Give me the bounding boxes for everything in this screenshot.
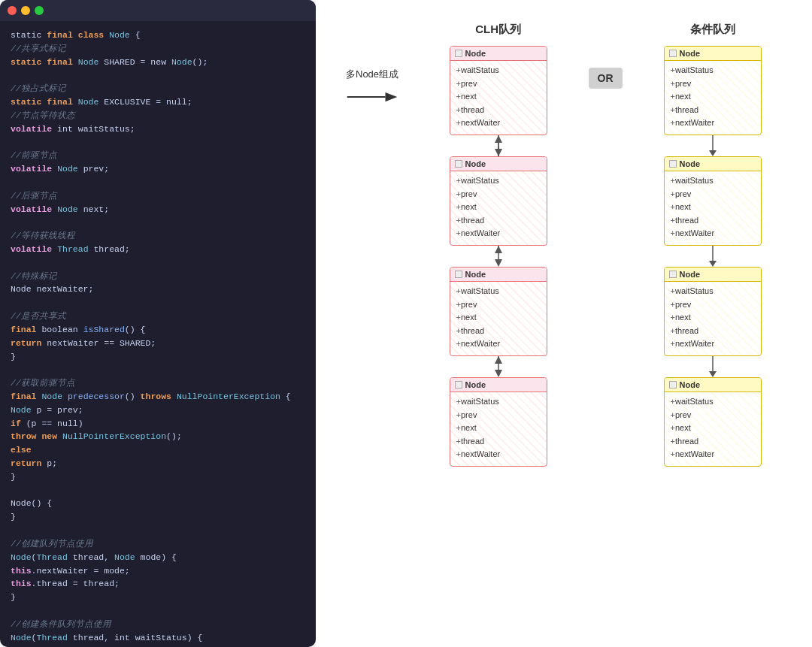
minimize-button[interactable] — [21, 6, 30, 15]
cond-node-1-body: +waitStatus +prev +next +thread +nextWai… — [665, 61, 761, 135]
header-icon — [669, 271, 677, 278]
svg-marker-11 — [495, 370, 502, 377]
clh-nodes-stack: Node +waitStatus +prev +next +thread +ne… — [450, 46, 547, 467]
svg-marker-12 — [495, 356, 502, 364]
code-content: static final class Node { //共享式标记 static… — [0, 21, 316, 647]
svg-marker-6 — [495, 135, 502, 143]
cond-node-1: Node +waitStatus +prev +next +thread +ne… — [664, 46, 762, 135]
field-prev: +prev — [456, 77, 541, 91]
field-thread: +thread — [456, 435, 541, 449]
diagram-panel: 多Node组成 CLH队列 Node +waitStatus +prev — [316, 0, 812, 647]
cond-connector-1 — [705, 135, 720, 156]
code-blank — [11, 524, 305, 537]
code-panel: static final class Node { //共享式标记 static… — [0, 0, 316, 647]
code-line: this.nextWaiter = mode; — [11, 564, 305, 578]
arrow-label: 多Node组成 — [346, 68, 398, 81]
code-line: if (p == null) — [11, 417, 305, 431]
field-thread: +thread — [456, 104, 541, 117]
cond-node-4-header: Node — [665, 378, 761, 392]
svg-marker-8 — [495, 259, 502, 267]
code-blank — [11, 256, 305, 270]
svg-marker-1 — [386, 92, 398, 101]
clh-node-4-title: Node — [465, 380, 486, 389]
code-blank — [11, 604, 305, 618]
code-line: //共享式标记 — [11, 42, 305, 56]
clh-node-2-body: +waitStatus +prev +next +thread +nextWai… — [450, 171, 547, 245]
svg-marker-9 — [495, 246, 502, 253]
header-icon — [669, 160, 677, 168]
field-prev: +prev — [456, 188, 541, 201]
connector-arrow-icon — [705, 246, 720, 267]
field-nextwaiter: +nextWaiter — [456, 337, 541, 351]
code-line: } — [11, 350, 305, 364]
cond-node-1-title: Node — [680, 49, 701, 58]
clh-node-3-title: Node — [465, 270, 486, 279]
code-line: throw new NullPointerException(); — [11, 430, 305, 443]
code-line: //后驱节点 — [11, 189, 305, 203]
cond-queue-title: 条件队列 — [690, 23, 735, 37]
field-waitstatus: +waitStatus — [671, 64, 755, 77]
code-line: Node() { — [11, 497, 305, 510]
code-line: volatile Thread thread; — [11, 243, 305, 256]
code-line: //独占式标记 — [11, 82, 305, 95]
close-button[interactable] — [8, 6, 17, 15]
code-line: volatile int waitStatus; — [11, 122, 305, 136]
maximize-button[interactable] — [35, 6, 44, 15]
cond-connector-2 — [705, 246, 720, 267]
code-line: //前驱节点 — [11, 149, 305, 162]
field-prev: +prev — [671, 188, 755, 201]
cond-node-4: Node +waitStatus +prev +next +thread +ne… — [664, 377, 762, 467]
cond-node-1-header: Node — [665, 47, 761, 61]
svg-marker-18 — [709, 371, 717, 377]
code-line: } — [11, 510, 305, 524]
field-waitstatus: +waitStatus — [671, 285, 755, 298]
connector-arrow-icon — [705, 135, 720, 156]
clh-node-2-title: Node — [465, 159, 486, 168]
code-line: this.thread = thread; — [11, 577, 305, 591]
clh-node-4-body: +waitStatus +prev +next +thread +nextWai… — [450, 392, 547, 466]
field-next: +next — [456, 422, 541, 435]
code-blank — [11, 176, 305, 189]
svg-marker-14 — [709, 150, 717, 156]
connector-arrow-icon — [491, 246, 506, 267]
code-line: else — [11, 443, 305, 457]
field-nextwaiter: +nextWaiter — [671, 116, 755, 130]
field-waitstatus: +waitStatus — [456, 285, 541, 298]
field-next: +next — [456, 90, 541, 104]
cond-node-3: Node +waitStatus +prev +next +thread +ne… — [664, 267, 762, 356]
field-thread: +thread — [671, 325, 755, 338]
clh-connector-2 — [491, 246, 506, 267]
field-prev: +prev — [456, 298, 541, 312]
cond-node-3-header: Node — [665, 268, 761, 282]
field-nextwaiter: +nextWaiter — [671, 227, 755, 240]
code-line: //是否共享式 — [11, 310, 305, 323]
header-icon — [669, 381, 677, 389]
field-thread: +thread — [671, 435, 755, 449]
diagram-main: 多Node组成 CLH队列 Node +waitStatus +prev — [331, 23, 797, 632]
header-icon — [455, 50, 462, 57]
code-blank — [11, 484, 305, 497]
cond-connector-3 — [705, 356, 720, 377]
header-icon — [669, 50, 677, 57]
arrow-section: 多Node组成 — [331, 68, 414, 108]
field-next: +next — [456, 201, 541, 214]
field-thread: +thread — [671, 214, 755, 228]
cond-node-4-body: +waitStatus +prev +next +thread +nextWai… — [665, 392, 761, 466]
clh-node-3-body: +waitStatus +prev +next +thread +nextWai… — [450, 282, 547, 355]
code-blank — [11, 216, 305, 229]
field-waitstatus: +waitStatus — [456, 395, 541, 409]
clh-node-2-header: Node — [450, 157, 547, 171]
clh-queue-title: CLH队列 — [475, 23, 521, 37]
cond-node-2-header: Node — [665, 157, 761, 171]
code-line: Node(Thread thread, Node mode) { — [11, 551, 305, 564]
code-line: Node nextWaiter; — [11, 283, 305, 296]
code-line: final boolean isShared() { — [11, 323, 305, 337]
field-prev: +prev — [671, 409, 755, 422]
field-thread: +thread — [456, 325, 541, 338]
field-thread: +thread — [671, 104, 755, 117]
code-blank — [11, 296, 305, 310]
clh-node-1-title: Node — [465, 49, 486, 58]
cond-node-3-title: Node — [680, 270, 701, 279]
field-waitstatus: +waitStatus — [456, 64, 541, 77]
field-next: +next — [671, 422, 755, 435]
